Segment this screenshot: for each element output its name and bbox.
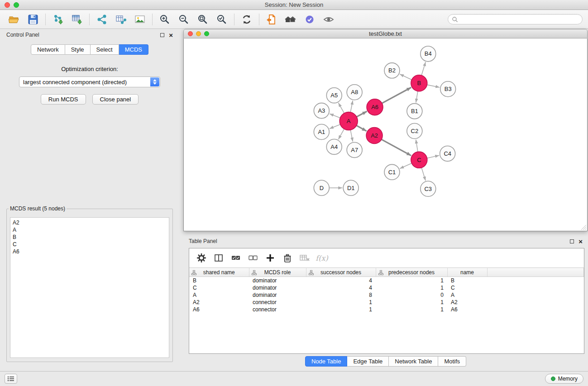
graph-node-A1[interactable]: A1 [314,124,329,140]
zoom-network-window-button[interactable] [204,31,209,36]
cell-mcds-role[interactable]: connector [249,306,306,313]
cell-shared-name[interactable]: B [189,277,249,284]
deselect-all-button[interactable] [246,251,260,265]
cell-shared-name[interactable]: A [189,291,249,299]
graph-edge-C-C1[interactable] [400,163,411,169]
float-table-panel-icon[interactable] [570,239,574,243]
tab-network[interactable]: Network [31,44,65,55]
column-header-predecessor-nodes[interactable]: predecessor nodes [376,268,447,277]
graphics-details-button[interactable] [300,11,319,28]
cell-successor-nodes[interactable]: 1 [306,306,376,313]
import-network-from-file-button[interactable] [48,11,67,28]
table-row[interactable]: Cdominator41C [189,284,584,291]
close-panel-icon[interactable]: × [169,32,173,38]
table-row[interactable]: Bdominator41B [189,277,584,284]
show-hide-button[interactable] [319,11,338,28]
graph-node-A8[interactable]: A8 [347,85,362,100]
zoom-in-button[interactable] [155,11,174,28]
cell-predecessor-nodes[interactable]: 1 [376,306,447,313]
float-panel-icon[interactable] [160,33,164,37]
graph-edge-A-A8[interactable] [350,100,353,112]
graph-edge-A-A3[interactable] [330,114,340,118]
tab-network-table[interactable]: Network Table [389,356,438,367]
graph-edge-B-B1[interactable] [416,91,418,103]
load-network-button[interactable] [92,11,111,28]
zoom-selected-button[interactable] [212,11,231,28]
apply-layout-button[interactable] [237,11,256,28]
tab-select[interactable]: Select [91,44,119,55]
graph-node-A5[interactable]: A5 [326,88,342,103]
graph-node-D[interactable]: D [314,180,329,195]
mcds-result-item[interactable]: C [13,241,167,248]
graph-node-B4[interactable]: B4 [421,46,436,62]
minimize-network-window-button[interactable] [196,31,201,36]
delete-table-button[interactable] [298,251,311,265]
graph-node-A6[interactable]: A6 [367,99,383,115]
window-resize-grip[interactable] [581,225,586,230]
column-header-mcds-role[interactable]: MCDS role [249,268,306,277]
cell-name[interactable]: A [447,291,487,299]
hide-selected-button[interactable] [281,11,300,28]
cell-predecessor-nodes[interactable]: 0 [376,291,447,299]
graph-node-B2[interactable]: B2 [384,63,400,78]
table-row[interactable]: Adominator80A [189,291,584,299]
graph-node-A2[interactable]: A2 [366,128,382,144]
graph-node-A[interactable]: A [339,112,358,130]
cell-predecessor-nodes[interactable]: 1 [376,299,447,306]
search-box[interactable] [448,14,583,24]
import-table-from-file-button[interactable] [67,11,86,28]
table-settings-button[interactable] [195,251,208,265]
graph-edge-B-B2[interactable] [400,74,411,80]
graph-node-A7[interactable]: A7 [347,142,362,157]
cell-successor-nodes[interactable]: 4 [306,277,376,284]
tab-style[interactable]: Style [65,44,91,55]
search-input[interactable] [460,16,578,23]
mcds-result-item[interactable]: A6 [13,248,167,255]
show-log-console-button[interactable] [5,374,17,384]
graph-node-A4[interactable]: A4 [326,139,342,154]
cell-mcds-role[interactable]: dominator [249,284,306,291]
export-image-button[interactable] [130,11,149,28]
cell-name[interactable]: A2 [447,299,487,306]
graph-node-C1[interactable]: C1 [384,164,400,180]
graph-node-C2[interactable]: C2 [407,124,422,139]
function-builder-button[interactable]: f(x) [315,251,329,265]
graph-edge-A-A7[interactable] [350,130,353,142]
close-network-window-button[interactable] [188,31,193,36]
mcds-result-item[interactable]: A2 [13,219,167,226]
cell-name[interactable]: A6 [447,306,487,313]
delete-column-button[interactable] [281,251,294,265]
graph-edge-A-A5[interactable] [339,103,344,113]
tab-motifs[interactable]: Motifs [438,356,466,367]
cell-successor-nodes[interactable]: 4 [306,284,376,291]
graph-node-C[interactable]: C [411,152,427,168]
open-session-button[interactable] [5,11,24,28]
first-neighbors-button[interactable] [262,11,281,28]
run-mcds-button[interactable]: Run MCDS [41,94,86,105]
graph-edge-B-B4[interactable] [421,62,425,76]
column-header-successor-nodes[interactable]: successor nodes [306,268,376,277]
new-network-from-table-button[interactable] [111,11,130,28]
tab-edge-table[interactable]: Edge Table [347,356,389,367]
cell-mcds-role[interactable]: dominator [249,277,306,284]
mcds-result-list[interactable]: A2ABCA6 [10,217,169,358]
graph-edge-C-C2[interactable] [416,139,418,152]
column-header-shared-name[interactable]: shared name [189,268,249,277]
zoom-fit-button[interactable] [193,11,212,28]
network-window-titlebar[interactable]: testGlobe.txt [183,29,588,38]
network-canvas[interactable]: B4B2BB3A5A8A6B1A3AC2A1A2A4A7C4CC1C3DD1 [183,38,588,231]
tab-mcds[interactable]: MCDS [119,44,148,55]
graph-node-B3[interactable]: B3 [440,81,456,97]
graph-edge-A-A2[interactable] [357,125,367,131]
graph-edge-C-C4[interactable] [427,155,439,158]
mcds-result-item[interactable]: A [13,226,167,234]
cell-shared-name[interactable]: A2 [189,299,249,306]
graph-node-A3[interactable]: A3 [314,103,329,119]
cell-shared-name[interactable]: A6 [189,306,249,313]
cell-mcds-role[interactable]: connector [249,299,306,306]
cell-name[interactable]: C [447,284,487,291]
cell-shared-name[interactable]: C [189,284,249,291]
table-row[interactable]: A2connector11A2 [189,299,584,306]
add-column-button[interactable] [263,251,277,265]
graph-edge-A2-C[interactable] [382,139,411,156]
